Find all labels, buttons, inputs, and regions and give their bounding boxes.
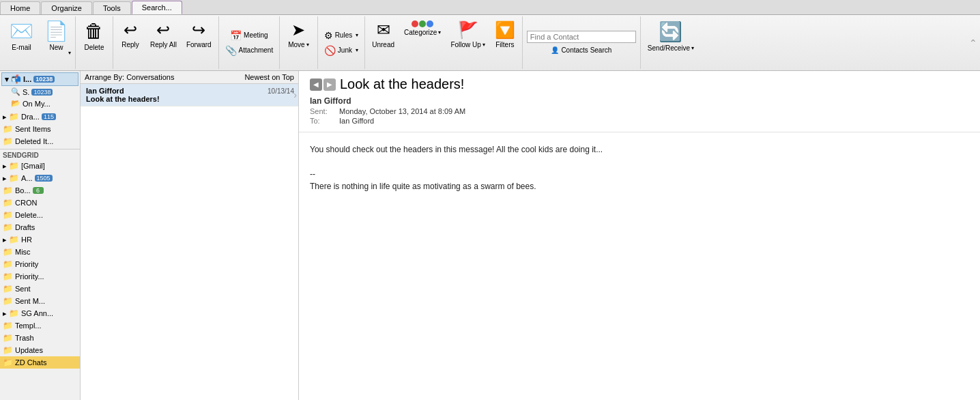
hr-expand-icon: ▸ bbox=[3, 235, 7, 244]
email-date: 10/13/14 bbox=[268, 87, 294, 95]
reply-all-icon: ↩ bbox=[156, 20, 170, 40]
tab-home[interactable]: Home bbox=[0, 1, 40, 14]
tab-search[interactable]: Search... bbox=[132, 1, 182, 14]
to-value: Ian Gifford bbox=[339, 117, 374, 125]
email-list-item[interactable]: Ian Gifford 10/13/14 Look at the headers… bbox=[81, 84, 298, 106]
cron-icon: 📁 bbox=[3, 198, 13, 208]
reply-all-button[interactable]: ↩ Reply All bbox=[146, 18, 181, 68]
filters-button[interactable]: 🔽 Filters bbox=[491, 18, 519, 68]
nav-forward-button[interactable]: ▶ bbox=[323, 78, 336, 91]
priority2-icon: 📁 bbox=[3, 272, 13, 281]
follow-up-button[interactable]: 🚩 Follow Up▾ bbox=[446, 18, 489, 68]
sidebar-item-a[interactable]: ▸ 📁 A... 1505 bbox=[0, 172, 80, 184]
sidebar-item-search[interactable]: 🔍 S. 10238 bbox=[1, 86, 78, 98]
sidebar-item-bo[interactable]: 📁 Bo... 6 bbox=[0, 184, 80, 197]
meeting-button[interactable]: 📅 Meeting bbox=[228, 29, 270, 42]
gmail-icon: 📁 bbox=[9, 161, 19, 171]
updates-icon: 📁 bbox=[3, 345, 13, 355]
a-badge: 1505 bbox=[35, 175, 53, 182]
a-expand-icon: ▸ bbox=[3, 174, 7, 183]
forward-icon: ↪ bbox=[192, 20, 205, 40]
sidebar-item-deleted[interactable]: 📁 Deleted It... bbox=[0, 135, 80, 147]
tab-organize[interactable]: Organize bbox=[41, 1, 92, 14]
sidebar-item-templ[interactable]: 📁 Templ... bbox=[0, 319, 80, 332]
rules-button[interactable]: ⚙ Rules ▾ bbox=[322, 29, 361, 42]
send-receive-icon: 🔄 bbox=[659, 20, 682, 43]
sidebar-item-misc[interactable]: 📁 Misc bbox=[0, 246, 80, 258]
email-body-line2: -- bbox=[310, 168, 969, 180]
sidebar-item-gmail[interactable]: ▸ 📁 [Gmail] bbox=[0, 160, 80, 172]
new-dropdown-arrow: ▾ bbox=[68, 50, 71, 56]
email-subject-list: Look at the headers! bbox=[86, 95, 294, 103]
categorize-button[interactable]: Categorize▾ bbox=[400, 18, 445, 68]
reply-button[interactable]: ↩ Reply bbox=[116, 18, 145, 68]
move-icon: ➤ bbox=[291, 20, 305, 40]
move-button[interactable]: ➤ Move▾ bbox=[284, 18, 313, 68]
inbox-expand-icon: ▾ bbox=[5, 75, 9, 84]
unread-icon: ✉ bbox=[377, 20, 390, 40]
deleted-label: Deleted It... bbox=[15, 137, 53, 145]
sidebar-item-trash[interactable]: 📁 Trash bbox=[0, 332, 80, 344]
on-my-label: On My... bbox=[23, 100, 51, 108]
sidebar-item-drafts2[interactable]: 📁 Drafts bbox=[0, 221, 80, 233]
email-button[interactable]: ✉️ E-mail bbox=[5, 18, 38, 67]
search-label: S. bbox=[23, 88, 29, 96]
rules-icon: ⚙ bbox=[324, 30, 333, 41]
sidebar-item-zd-chats[interactable]: 📁 ZD Chats bbox=[0, 356, 80, 369]
delete-button[interactable]: 🗑 Delete bbox=[80, 18, 109, 67]
sidebar-item-sg-ann[interactable]: ▸ 📁 SG Ann... bbox=[0, 307, 80, 319]
from-label: Ian Gifford bbox=[310, 96, 351, 106]
email-sender: Ian Gifford bbox=[86, 87, 124, 95]
sent-label: Sent bbox=[15, 285, 31, 293]
find-contact-input[interactable] bbox=[527, 31, 636, 43]
updates-label: Updates bbox=[15, 346, 43, 354]
sidebar-item-priority[interactable]: 📁 Priority bbox=[0, 258, 80, 270]
templ-icon: 📁 bbox=[3, 321, 13, 330]
on-my-icon: 📂 bbox=[11, 99, 20, 108]
email-detail-header: ◀ ▶ Look at the headers! Ian Gifford Sen… bbox=[299, 71, 980, 132]
email-expand-arrow: › bbox=[293, 89, 297, 100]
drafts-badge: 115 bbox=[42, 113, 56, 120]
sidebar-item-delete2[interactable]: 📁 Delete... bbox=[0, 209, 80, 221]
misc-icon: 📁 bbox=[3, 247, 13, 257]
delete2-label: Delete... bbox=[15, 211, 43, 219]
sidebar-item-hr[interactable]: ▸ 📁 HR bbox=[0, 233, 80, 246]
bo-icon: 📁 bbox=[3, 186, 13, 195]
tab-tools[interactable]: Tools bbox=[93, 1, 131, 14]
sidebar-item-sent-items[interactable]: 📁 Sent Items bbox=[0, 123, 80, 135]
unread-button[interactable]: ✉ Unread bbox=[368, 18, 399, 68]
sg-ann-label: SG Ann... bbox=[21, 309, 53, 317]
email-body: You should check out the headers in this… bbox=[299, 132, 980, 400]
new-button[interactable]: 📄 New ▾ bbox=[40, 18, 72, 67]
reading-pane: ◀ ▶ Look at the headers! Ian Gifford Sen… bbox=[299, 71, 980, 400]
attachment-button[interactable]: 📎 Attachment bbox=[223, 44, 276, 57]
delete-icon: 🗑 bbox=[85, 20, 104, 42]
filters-icon: 🔽 bbox=[495, 20, 515, 40]
junk-button[interactable]: 🚫 Junk ▾ bbox=[322, 44, 360, 57]
forward-button[interactable]: ↪ Forward bbox=[182, 18, 216, 68]
sort-label[interactable]: Newest on Top bbox=[244, 73, 294, 81]
sidebar-item-cron[interactable]: 📁 CRON bbox=[0, 197, 80, 209]
sent-icon: 📁 bbox=[3, 284, 13, 294]
drafts2-icon: 📁 bbox=[3, 223, 13, 232]
send-receive-button[interactable]: 🔄 Send/Receive▾ bbox=[644, 18, 698, 68]
sidebar-item-on-my[interactable]: 📂 On My... bbox=[1, 98, 78, 109]
email-meta: Ian Gifford Sent: Monday, October 13, 20… bbox=[310, 96, 969, 125]
email-body-line1: You should check out the headers in this… bbox=[310, 143, 969, 156]
nav-back-button[interactable]: ◀ bbox=[310, 78, 322, 91]
sidebar-item-updates[interactable]: 📁 Updates bbox=[0, 344, 80, 356]
follow-up-icon: 🚩 bbox=[458, 20, 478, 40]
sidebar-item-sent-m[interactable]: 📁 Sent M... bbox=[0, 295, 80, 307]
sendgrid-section-header: SENDGRID bbox=[0, 149, 80, 160]
sidebar-item-sent[interactable]: 📁 Sent bbox=[0, 283, 80, 295]
misc-label: Misc bbox=[15, 248, 31, 256]
sidebar-item-inbox[interactable]: ▾ 📬 I... 10238 bbox=[1, 72, 78, 86]
arrange-by-label[interactable]: Arrange By: Conversations bbox=[85, 73, 174, 81]
contacts-search-button[interactable]: 👤 Contacts Search bbox=[549, 46, 614, 55]
sidebar-item-drafts[interactable]: ▸ 📁 Dra... 115 bbox=[0, 111, 80, 123]
gmail-expand-icon: ▸ bbox=[3, 162, 7, 171]
tab-bar: Home Organize Tools Search... bbox=[0, 0, 980, 15]
contacts-search-icon: 👤 bbox=[551, 46, 559, 54]
sidebar-item-priority2[interactable]: 📁 Priority... bbox=[0, 270, 80, 283]
ribbon: ✉️ E-mail 📄 New ▾ 🗑 Delete ↩ Reply ↩ Rep… bbox=[0, 15, 980, 71]
